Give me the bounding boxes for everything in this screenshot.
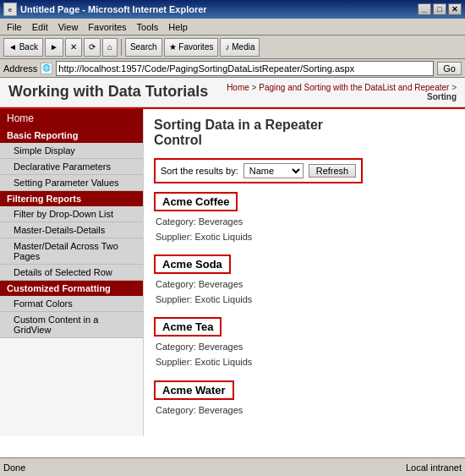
nav-section-customized: Customized Formatting — [0, 281, 143, 296]
stop-button[interactable]: ✕ — [65, 38, 82, 57]
nav-item-filter-dropdown[interactable]: Filter by Drop-Down List — [0, 206, 143, 222]
product-item-0: Acme Coffee Category: Beverages Supplier… — [154, 192, 455, 244]
address-label: Address — [3, 63, 37, 74]
window-title: Untitled Page - Microsoft Internet Explo… — [20, 4, 418, 14]
go-button[interactable]: Go — [437, 62, 462, 75]
close-button[interactable]: ✕ — [448, 3, 462, 15]
product-detail-1: Category: Beverages Supplier: Exotic Liq… — [154, 277, 455, 307]
toolbar-separator — [121, 39, 122, 56]
breadcrumb-section[interactable]: Paging and Sorting with the DataList and… — [259, 83, 449, 92]
minimize-button[interactable]: _ — [418, 3, 431, 15]
menubar: File Edit View Favorites Tools Help — [0, 19, 465, 36]
page-header: Working with Data Tutorials Home > Pagin… — [0, 78, 465, 107]
nav-section-filtering: Filtering Reports — [0, 191, 143, 206]
product-item-1: Acme Soda Category: Beverages Supplier: … — [154, 254, 455, 307]
nav-item-master-details[interactable]: Master-Details-Details — [0, 222, 143, 238]
menu-file[interactable]: File — [2, 20, 27, 34]
home-button[interactable]: ⌂ — [102, 38, 118, 57]
menu-view[interactable]: View — [53, 20, 84, 34]
nav-item-format-colors[interactable]: Format Colors — [0, 296, 143, 312]
zone-text: Local intranet — [406, 462, 462, 473]
product-name-1: Acme Soda — [154, 254, 231, 274]
left-nav: Home Basic Reporting Simple Display Decl… — [0, 109, 144, 436]
refresh-button[interactable]: ⟳ — [84, 38, 101, 57]
statusbar: Done Local intranet — [0, 457, 465, 476]
page-icon: 🌐 — [41, 63, 52, 74]
product-item-2: Acme Tea Category: Beverages Supplier: E… — [154, 317, 455, 369]
main-content: Sorting Data in a Repeater Control Sort … — [144, 109, 465, 436]
page-body: Home Basic Reporting Simple Display Decl… — [0, 109, 465, 436]
sort-label: Sort the results by: — [161, 166, 238, 176]
breadcrumb: Home > Paging and Sorting with the DataL… — [227, 83, 457, 101]
toolbar: ◄ Back ► ✕ ⟳ ⌂ Search ★ Favorites ♪ Medi… — [0, 36, 465, 59]
site-title: Working with Data Tutorials — [8, 83, 208, 101]
app-icon: e — [3, 3, 17, 16]
maximize-button[interactable]: □ — [433, 3, 446, 15]
product-name-3: Acme Water — [154, 380, 234, 400]
breadcrumb-sep2: > — [451, 83, 457, 92]
breadcrumb-home[interactable]: Home — [227, 83, 249, 92]
product-name-0: Acme Coffee — [154, 192, 238, 211]
refresh-sort-button[interactable]: Refresh — [309, 164, 357, 178]
sort-bar: Sort the results by: NameCategorySupplie… — [154, 158, 363, 183]
nav-section-basic-reporting: Basic Reporting — [0, 128, 143, 143]
media-button[interactable]: ♪ Media — [220, 38, 260, 57]
browser-content: Working with Data Tutorials Home > Pagin… — [0, 78, 465, 457]
address-input[interactable] — [56, 61, 434, 76]
menu-edit[interactable]: Edit — [27, 20, 53, 34]
nav-item-declarative-params[interactable]: Declarative Parameters — [0, 159, 143, 175]
product-detail-0: Category: Beverages Supplier: Exotic Liq… — [154, 215, 455, 244]
window-titlebar: e Untitled Page - Microsoft Internet Exp… — [0, 0, 465, 19]
product-name-2: Acme Tea — [154, 317, 222, 336]
favorites-button[interactable]: ★ Favorites — [164, 38, 219, 57]
addressbar: Address 🌐 Go — [0, 59, 465, 78]
search-button[interactable]: Search — [125, 38, 162, 57]
page-wrapper: Working with Data Tutorials Home > Pagin… — [0, 78, 465, 457]
breadcrumb-sep1: > — [252, 83, 260, 92]
product-detail-3: Category: Beverages — [154, 403, 455, 419]
menu-help[interactable]: Help — [163, 20, 193, 34]
product-detail-2: Category: Beverages Supplier: Exotic Liq… — [154, 340, 455, 369]
menu-favorites[interactable]: Favorites — [83, 20, 131, 34]
nav-item-simple-display[interactable]: Simple Display — [0, 143, 143, 159]
window-controls[interactable]: _ □ ✕ — [418, 3, 462, 15]
sort-select[interactable]: NameCategorySupplier — [243, 163, 304, 178]
back-button[interactable]: ◄ Back — [3, 38, 43, 57]
main-title: Sorting Data in a Repeater Control — [154, 118, 455, 148]
menu-tools[interactable]: Tools — [132, 20, 164, 34]
product-item-3: Acme Water Category: Beverages — [154, 380, 455, 419]
nav-item-master-detail-pages[interactable]: Master/Detail Across Two Pages — [0, 238, 143, 265]
forward-button[interactable]: ► — [45, 38, 63, 57]
status-text: Done — [3, 462, 25, 473]
nav-item-selected-row[interactable]: Details of Selected Row — [0, 265, 143, 281]
nav-item-setting-params[interactable]: Setting Parameter Values — [0, 175, 143, 191]
nav-item-custom-content[interactable]: Custom Content in a GridView — [0, 312, 143, 338]
breadcrumb-current: Sorting — [427, 92, 457, 101]
nav-home[interactable]: Home — [0, 109, 143, 128]
